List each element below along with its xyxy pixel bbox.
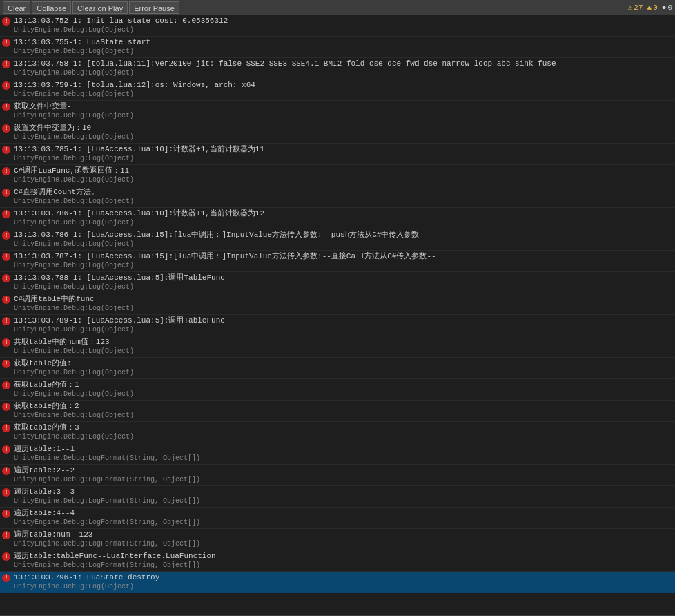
log-row[interactable]: !13:13:03.786-1: [LuaAccess.lua:15]:[lua… xyxy=(0,229,675,251)
warn-icon: ⚠ xyxy=(628,3,633,12)
log-row[interactable]: !设置文件中变量为：10UnityEngine.Debug:Log(Object… xyxy=(0,122,675,144)
log-icon: ! xyxy=(1,167,11,175)
log-sub-text: UnityEngine.Debug:Log(Object) xyxy=(14,133,674,142)
log-sub-text: UnityEngine.Debug:Log(Object) xyxy=(14,282,674,292)
log-sub-text: UnityEngine.Debug:Log(Object) xyxy=(14,197,674,206)
log-row[interactable]: !13:13:03.759-1: [tolua.lua:12]:os: Wind… xyxy=(0,79,675,101)
log-main-text: C#调用LuaFunc,函数返回值：11 xyxy=(14,166,674,175)
log-main-text: 遍历table:tableFunc--LuaInterface.LuaFunct… xyxy=(14,551,674,561)
log-content: 遍历table:3--3UnityEngine.Debug:LogFormat(… xyxy=(14,487,674,506)
log-main-text: 13:13:03.752-1: Init lua state cost: 0.0… xyxy=(14,16,674,26)
log-icon: ! xyxy=(1,296,11,304)
log-main-text: 13:13:03.787-1: [LuaAccess.lua:15]:[lua中… xyxy=(14,251,674,261)
error-badge: ▲ 0 xyxy=(647,3,658,12)
log-content: C#调用table中的funcUnityEngine.Debug:Log(Obj… xyxy=(14,294,674,314)
circle-icon: ● xyxy=(662,3,667,12)
log-row[interactable]: !获取table的值：1UnityEngine.Debug:Log(Object… xyxy=(0,379,675,401)
warn-badge: ⚠ 27 xyxy=(628,3,643,12)
log-row[interactable]: !13:13:03.785-1: [LuaAccess.lua:10]:计数器+… xyxy=(0,144,675,165)
log-main-text: 遍历table:3--3 xyxy=(14,487,674,497)
log-content: 获取文件中变量-UnityEngine.Debug:Log(Object) xyxy=(14,102,674,121)
log-content: 13:13:03.759-1: [tolua.lua:12]:os: Windo… xyxy=(14,80,674,99)
log-sub-text: UnityEngine.Debug:LogFormat(String, Obje… xyxy=(14,454,674,463)
log-sub-text: UnityEngine.Debug:Log(Object) xyxy=(14,325,674,335)
log-icon: ! xyxy=(1,60,11,68)
log-row[interactable]: !13:13:03.789-1: [LuaAccess.lua:5]:调用Tab… xyxy=(0,315,675,336)
log-main-text: 获取table的值: xyxy=(14,358,674,368)
log-icon: ! xyxy=(1,17,11,26)
log-icon: ! xyxy=(1,445,11,454)
log-icon: ! xyxy=(1,360,11,368)
log-content: C#调用LuaFunc,函数返回值：11UnityEngine.Debug:Lo… xyxy=(14,166,674,185)
log-content: 13:13:03.789-1: [LuaAccess.lua:5]:调用Tabl… xyxy=(14,316,674,335)
error-pause-button[interactable]: Error Pause xyxy=(129,1,179,14)
clear-on-play-button[interactable]: Clear on Play xyxy=(72,1,128,14)
log-icon: ! xyxy=(1,253,11,261)
log-row[interactable]: !13:13:03.752-1: Init lua state cost: 0.… xyxy=(0,15,675,37)
log-sub-text: UnityEngine.Debug:Log(Object) xyxy=(14,389,674,399)
log-row[interactable]: !获取table的值：3UnityEngine.Debug:Log(Object… xyxy=(0,422,675,443)
log-main-text: 遍历table:1--1 xyxy=(14,444,674,454)
clear-button[interactable]: Clear xyxy=(3,1,30,14)
log-row[interactable]: !C#调用table中的funcUnityEngine.Debug:Log(Ob… xyxy=(0,293,675,315)
log-row[interactable]: !共取table中的num值：123UnityEngine.Debug:Log(… xyxy=(0,336,675,358)
log-icon: ! xyxy=(1,403,11,411)
log-icon: ! xyxy=(1,274,11,282)
log-content: 13:13:03.786-1: [LuaAccess.lua:10]:计数器+1… xyxy=(14,209,674,228)
log-sub-text: UnityEngine.Debug:Log(Object) xyxy=(14,47,674,57)
log-row[interactable]: !遍历table:4--4UnityEngine.Debug:LogFormat… xyxy=(0,508,675,529)
log-content: 遍历table:tableFunc--LuaInterface.LuaFunct… xyxy=(14,551,674,570)
log-sub-text: UnityEngine.Debug:LogFormat(String, Obje… xyxy=(14,518,674,528)
log-icon: ! xyxy=(1,574,11,582)
log-row[interactable]: !遍历table:tableFunc--LuaInterface.LuaFunc… xyxy=(0,550,675,572)
log-row[interactable]: !13:13:03.788-1: [LuaAccess.lua:5]:调用Tab… xyxy=(0,272,675,293)
log-icon: ! xyxy=(1,338,11,347)
log-main-text: 13:13:03.759-1: [tolua.lua:12]:os: Windo… xyxy=(14,80,674,90)
log-main-text: 遍历table:num--123 xyxy=(14,530,674,539)
log-main-text: 共取table中的num值：123 xyxy=(14,337,674,347)
log-row[interactable]: !遍历table:num--123UnityEngine.Debug:LogFo… xyxy=(0,529,675,550)
log-sub-text: UnityEngine.Debug:Log(Object) xyxy=(14,154,674,164)
log-row[interactable]: !C#调用LuaFunc,函数返回值：11UnityEngine.Debug:L… xyxy=(0,165,675,186)
log-row[interactable]: !13:13:03.758-1: [tolua.lua:11]:ver20100… xyxy=(0,58,675,79)
log-sub-text: UnityEngine.Debug:Log(Object) xyxy=(14,347,674,356)
toolbar: Clear Collapse Clear on Play Error Pause… xyxy=(0,0,675,15)
log-sub-text: UnityEngine.Debug:Log(Object) xyxy=(14,175,674,185)
log-row[interactable]: !获取文件中变量-UnityEngine.Debug:Log(Object) xyxy=(0,101,675,122)
log-row[interactable]: !C#直接调用Count方法。UnityEngine.Debug:Log(Obj… xyxy=(0,186,675,208)
collapse-button[interactable]: Collapse xyxy=(32,1,71,14)
log-main-text: 13:13:03.796-1: LuaState destroy xyxy=(14,572,674,582)
log-content: 13:13:03.752-1: Init lua state cost: 0.0… xyxy=(14,16,674,35)
log-sub-text: UnityEngine.Debug:Log(Object) xyxy=(14,111,674,121)
log-sub-text: UnityEngine.Debug:Log(Object) xyxy=(14,26,674,35)
error-count: 0 xyxy=(653,3,658,12)
log-main-text: 13:13:03.755-1: LuaState start xyxy=(14,37,674,47)
log-row[interactable]: !13:13:03.796-1: LuaState destroyUnityEn… xyxy=(0,572,675,593)
log-main-text: 13:13:03.786-1: [LuaAccess.lua:10]:计数器+1… xyxy=(14,209,674,218)
log-row[interactable]: !遍历table:1--1UnityEngine.Debug:LogFormat… xyxy=(0,443,675,465)
log-main-text: 获取table的值：1 xyxy=(14,380,674,389)
log-icon: ! xyxy=(1,124,11,133)
console-area[interactable]: !13:13:03.752-1: Init lua state cost: 0.… xyxy=(0,15,675,615)
log-sub-text: UnityEngine.Debug:Log(Object) xyxy=(14,411,674,421)
log-sub-text: UnityEngine.Debug:Log(Object) xyxy=(14,582,674,592)
log-content: 遍历table:1--1UnityEngine.Debug:LogFormat(… xyxy=(14,444,674,463)
log-content: 13:13:03.788-1: [LuaAccess.lua:5]:调用Tabl… xyxy=(14,273,674,292)
log-row[interactable]: !13:13:03.786-1: [LuaAccess.lua:10]:计数器+… xyxy=(0,208,675,229)
log-content: 设置文件中变量为：10UnityEngine.Debug:Log(Object) xyxy=(14,123,674,142)
log-row[interactable]: !获取table的值：2UnityEngine.Debug:Log(Object… xyxy=(0,401,675,422)
log-sub-text: UnityEngine.Debug:LogFormat(String, Obje… xyxy=(14,475,674,485)
log-sub-text: UnityEngine.Debug:Log(Object) xyxy=(14,304,674,314)
log-sub-text: UnityEngine.Debug:LogFormat(String, Obje… xyxy=(14,539,674,549)
log-main-text: 遍历table:4--4 xyxy=(14,508,674,518)
log-row[interactable]: !13:13:03.787-1: [LuaAccess.lua:15]:[lua… xyxy=(0,251,675,272)
log-row[interactable]: !遍历table:3--3UnityEngine.Debug:LogFormat… xyxy=(0,486,675,508)
log-content: 遍历table:4--4UnityEngine.Debug:LogFormat(… xyxy=(14,508,674,528)
log-sub-text: UnityEngine.Debug:Log(Object) xyxy=(14,240,674,249)
log-row[interactable]: !获取table的值:UnityEngine.Debug:Log(Object) xyxy=(0,358,675,379)
log-row[interactable]: !13:13:03.755-1: LuaState startUnityEngi… xyxy=(0,37,675,58)
log-icon: ! xyxy=(1,424,11,432)
log-row[interactable]: !遍历table:2--2UnityEngine.Debug:LogFormat… xyxy=(0,465,675,486)
log-icon: ! xyxy=(1,210,11,218)
log-content: 获取table的值:UnityEngine.Debug:Log(Object) xyxy=(14,358,674,378)
